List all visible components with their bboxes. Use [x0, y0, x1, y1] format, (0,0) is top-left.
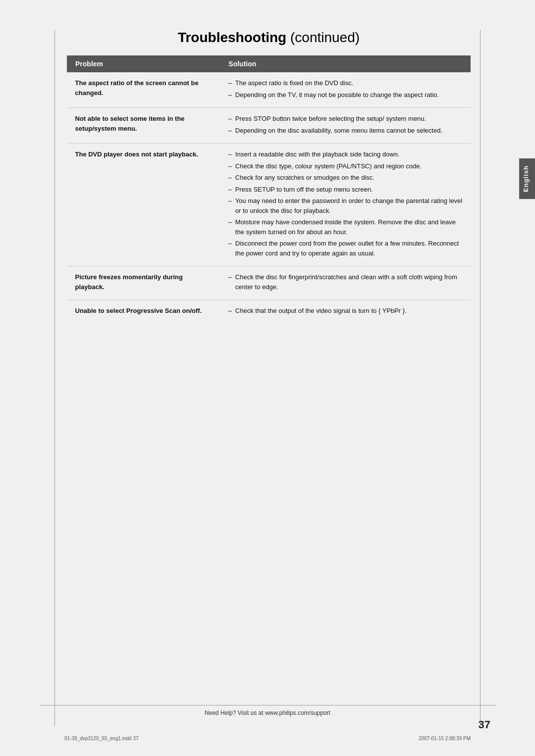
solution-item: Depending on the TV, it may not be possi…: [228, 90, 463, 100]
table-row: Not able to select some items in the set…: [67, 108, 471, 144]
solution-item: Moisture may have condensed inside the s…: [228, 217, 463, 237]
solution-item: Insert a readable disc with the playback…: [228, 150, 463, 159]
solution-item: Check for any scratches or smudges on th…: [228, 173, 463, 183]
solution-item: Check the disc type, colour system (PAL/…: [228, 161, 463, 171]
help-text: Need Help? Visit us at www.philips.com/s…: [205, 709, 330, 716]
troubleshoot-table: Problem Solution The aspect ratio of the…: [67, 55, 471, 324]
header-problem: Problem: [67, 56, 220, 72]
problem-cell: The aspect ratio of the screen cannot be…: [67, 72, 220, 108]
solution-item: Press SETUP to turn off the setup menu s…: [228, 185, 463, 195]
solution-item: Press STOP button twice before selecting…: [228, 114, 463, 124]
header-solution: Solution: [220, 56, 471, 72]
page: English Troubleshooting (continued) Prob…: [0, 0, 535, 756]
footer-meta-right: 2007-01-15 2:08:39 PM: [419, 736, 471, 741]
problem-cell: The DVD player does not start playback.: [67, 144, 220, 266]
solution-item: You may need to enter the password in or…: [228, 196, 463, 215]
margin-line-right: [480, 30, 481, 726]
problem-cell: Picture freezes momentarily during playb…: [67, 266, 220, 300]
solution-item: Check that the output of the video signa…: [228, 306, 463, 316]
solution-cell: Insert a readable disc with the playback…: [220, 144, 471, 266]
margin-line-left: [54, 30, 55, 726]
problem-cell: Unable to select Progressive Scan on/off…: [67, 300, 220, 324]
solution-item: Depending on the disc availability, some…: [228, 126, 463, 136]
solution-list: The aspect ratio is fixed on the DVD dis…: [228, 78, 463, 100]
table-row: Picture freezes momentarily during playb…: [67, 266, 471, 300]
footer-meta-left: 01-39_dvp3120_55_eng1.indd 37: [64, 736, 139, 741]
solution-item: Check the disc for fingerprint/scratches…: [228, 272, 463, 292]
page-title: Troubleshooting (continued): [67, 30, 471, 46]
page-number: 37: [479, 718, 490, 731]
solution-cell: Press STOP button twice before selecting…: [220, 108, 471, 144]
problem-cell: Not able to select some items in the set…: [67, 108, 220, 144]
solution-cell: Check the disc for fingerprint/scratches…: [220, 266, 471, 300]
solution-list: Check the disc for fingerprint/scratches…: [228, 272, 463, 292]
title-main: Troubleshooting: [178, 30, 286, 45]
solution-list: Insert a readable disc with the playback…: [228, 150, 463, 258]
english-tab: English: [519, 158, 535, 199]
solution-list: Check that the output of the video signa…: [228, 306, 463, 316]
table-row: Unable to select Progressive Scan on/off…: [67, 300, 471, 324]
solution-item: The aspect ratio is fixed on the DVD dis…: [228, 78, 463, 88]
solution-item: Disconnect the power cord from the power…: [228, 239, 463, 258]
main-content: Troubleshooting (continued) Problem Solu…: [67, 30, 471, 324]
solution-cell: Check that the output of the video signa…: [220, 300, 471, 324]
solution-list: Press STOP button twice before selecting…: [228, 114, 463, 135]
table-row: The DVD player does not start playback.I…: [67, 144, 471, 266]
solution-cell: The aspect ratio is fixed on the DVD dis…: [220, 72, 471, 108]
table-row: The aspect ratio of the screen cannot be…: [67, 72, 471, 108]
footer: Need Help? Visit us at www.philips.com/s…: [40, 705, 495, 716]
title-suffix: (continued): [286, 30, 360, 45]
